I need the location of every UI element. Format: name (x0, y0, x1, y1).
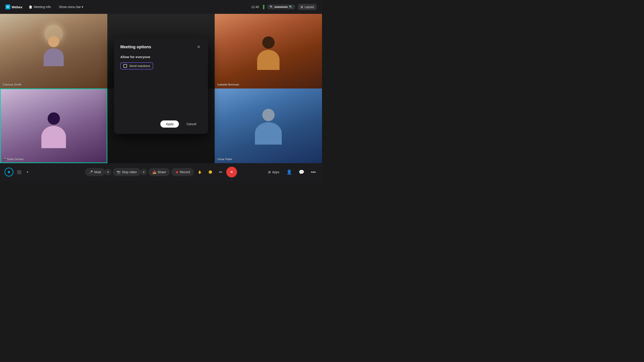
video-cell-sofia: 🎤 Sofia Gomez (0, 88, 107, 163)
send-reactions-checkbox[interactable] (124, 64, 127, 68)
modal-footer: Apply Cancel (120, 120, 202, 128)
send-reactions-label: Send reactions (129, 64, 150, 68)
show-menu-button[interactable]: Show menu bar ▾ (57, 4, 85, 9)
modal-title: Meeting options (120, 44, 151, 49)
video-cell-clarissa: Clarissa Smith (0, 14, 107, 88)
mic-icon: 🎤 (3, 158, 6, 161)
top-bar: W Webex 📋 Meeting info Show menu bar ▾ 1… (0, 0, 322, 14)
modal-header: Meeting options ✕ (120, 44, 202, 50)
apps-label: Apps (272, 170, 279, 174)
webex-logo: W Webex (5, 4, 22, 9)
meeting-options-dialog: Meeting options ✕ Allow for everyone Sen… (114, 37, 208, 134)
end-call-icon: ✕ (230, 170, 233, 175)
zoom-control[interactable]: 🔍 🔍 (267, 4, 295, 9)
modal-spacer (120, 74, 202, 119)
video-options-button[interactable]: ▾ (140, 169, 147, 175)
captions-chevron[interactable]: ▾ (25, 169, 30, 175)
chevron-down-icon: ▾ (82, 5, 83, 9)
isabelle-video (215, 14, 322, 88)
webex-label: Webex (12, 5, 22, 9)
show-menu-label: Show menu bar (59, 5, 81, 9)
clarissa-name: Clarissa Smith (3, 83, 22, 86)
top-bar-right: 12:40 ▐ 🔍 🔍 ⊞ Layout (251, 4, 317, 10)
more-options-button[interactable]: ••• (309, 168, 318, 177)
info-icon: 📋 (28, 5, 32, 9)
layout-button[interactable]: ⊞ Layout (298, 4, 317, 10)
clarissa-video (0, 14, 107, 88)
raise-hand-icon: ✋ (198, 170, 202, 174)
webex-logo-icon: W (5, 4, 10, 9)
chat-button[interactable]: 💬 (297, 168, 306, 177)
webex-status-icon (4, 168, 14, 177)
captions-button[interactable]: ⬛ (15, 168, 23, 176)
share-label: Share (158, 170, 166, 174)
meeting-info-button[interactable]: 📋 Meeting info (27, 4, 52, 9)
cancel-button[interactable]: Cancel (181, 120, 202, 128)
more-icon: ••• (219, 170, 222, 174)
mute-options-button[interactable]: ▾ (105, 169, 111, 175)
top-bar-left: W Webex 📋 Meeting info Show menu bar ▾ (5, 4, 85, 9)
modal-section-label: Allow for everyone (120, 55, 202, 59)
sofia-video (0, 88, 107, 163)
webex-status-inner (8, 171, 10, 173)
umar-video (215, 88, 322, 163)
zoom-slider[interactable] (274, 7, 288, 7)
share-icon: 📤 (152, 170, 156, 174)
mute-icon: 🎤 (89, 170, 93, 174)
reactions-button[interactable]: 😊 (206, 168, 215, 176)
meeting-info-label: Meeting info (34, 5, 51, 9)
umar-name: Umar Patel (217, 158, 232, 161)
send-reactions-checkbox-wrapper[interactable]: Send reactions (120, 62, 153, 69)
mute-label: Mute (94, 170, 101, 174)
video-cell-isabelle: Isabelle Brennan (215, 14, 322, 88)
stop-video-button[interactable]: 📷 Stop video (113, 168, 141, 176)
toolbar-left: ⬛ ▾ (4, 168, 30, 177)
record-icon: ⏺ (175, 170, 178, 174)
apply-button[interactable]: Apply (160, 120, 179, 128)
reactions-icon: 😊 (208, 170, 212, 174)
isabelle-name: Isabelle Brennan (217, 83, 239, 86)
send-reactions-row: Send reactions (120, 62, 202, 69)
video-icon: 📷 (117, 170, 120, 174)
apps-icon: ⊞ (268, 170, 271, 174)
sofia-name: 🎤 Sofia Gomez (3, 158, 24, 161)
layout-label: Layout (304, 5, 314, 9)
share-button[interactable]: 📤 Share (148, 168, 170, 176)
toolbar-center: 🎤 Mute ▾ 📷 Stop video ▾ 📤 Share ⏺ Record… (85, 167, 237, 177)
bottom-toolbar: ⬛ ▾ 🎤 Mute ▾ 📷 Stop video ▾ 📤 Share ⏺ Re… (0, 163, 322, 181)
video-cell-umar: Umar Patel (215, 88, 322, 163)
record-button[interactable]: ⏺ Record (171, 168, 194, 176)
time-display: 12:40 (251, 5, 259, 9)
zoom-in-icon[interactable]: 🔍 (289, 5, 292, 8)
participants-button[interactable]: 👤 (285, 168, 294, 177)
raise-hand-button[interactable]: ✋ (195, 168, 204, 176)
signal-icon: ▐ (262, 5, 264, 9)
zoom-out-icon[interactable]: 🔍 (270, 5, 273, 8)
mute-button[interactable]: 🎤 Mute (85, 168, 105, 176)
layout-icon: ⊞ (300, 5, 303, 9)
stop-video-label: Stop video (122, 170, 137, 174)
toolbar-right: ⊞ Apps 👤 💬 ••• (266, 168, 318, 177)
apps-button[interactable]: ⊞ Apps (266, 168, 282, 176)
record-label: Record (180, 170, 190, 174)
more-button[interactable]: ••• (216, 168, 225, 176)
end-call-button[interactable]: ✕ (226, 167, 237, 177)
modal-close-button[interactable]: ✕ (196, 44, 202, 50)
